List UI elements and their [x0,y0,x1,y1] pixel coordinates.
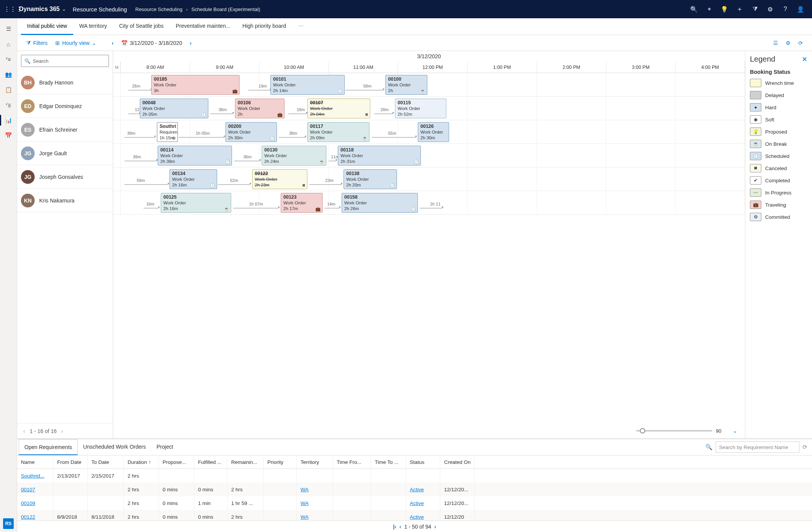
req-tab[interactable]: Open Requirements [19,439,78,455]
req-tab[interactable]: Unscheduled Work Orders [78,439,151,455]
booking-card[interactable]: SouthriRequiren1h 15m⚙ [157,122,178,142]
prev-page-button[interactable]: ‹ [400,524,401,530]
table-cell[interactable]: Active [406,483,440,496]
booking-card[interactable]: 00200Work Order2h 30m🕘 [225,122,277,142]
calendar-icon[interactable]: 📅 [0,128,17,143]
board-tab-overflow[interactable]: ⋯ [292,18,310,35]
column-header[interactable]: To Date [88,456,124,468]
board-tab[interactable]: City of Seattle jobs [113,18,170,35]
resource-search-input[interactable]: 🔍 Search [21,55,109,67]
zoom-slider[interactable] [636,430,712,432]
board-settings-icon[interactable]: ⚙ [782,40,794,46]
hourly-view-dropdown[interactable]: ⊞Hourly view⌄ [51,40,100,46]
next-period-button[interactable]: › [186,40,195,46]
booking-card[interactable]: 00107Work Order2h 04m✖ [307,99,370,118]
plus-icon[interactable]: ＋ [732,5,747,13]
column-header[interactable]: Status [406,456,440,468]
next-page-button[interactable]: › [434,524,436,530]
column-header[interactable]: Remainin... [227,456,264,468]
column-header[interactable]: Fulfilled ... [194,456,227,468]
people-icon[interactable]: 👥 [0,67,17,82]
column-header[interactable]: Created On [440,456,475,468]
booking-card[interactable]: 00158Work Order2h 26m🕘 [342,193,418,213]
column-header[interactable]: Duration ↑ [124,456,159,468]
booking-card[interactable]: 00134Work Order2h 16m🕘 [169,169,217,189]
resource-row[interactable]: JGJoseph Gonsalves [17,165,113,189]
table-cell[interactable]: 00107 [17,483,53,496]
timeline-row[interactable]: 12m36m18m28m00048Work Order2h 05m🕘00106W… [113,97,745,120]
req-tab[interactable]: Project [151,439,179,455]
app-launcher-icon[interactable]: ⋮⋮⋮ [4,6,18,13]
booking-card[interactable]: 00117Work Order2h 09m☕ [307,122,369,142]
user-icon[interactable]: 👤 [793,6,808,13]
search-icon[interactable]: 🔍 [686,6,702,13]
table-row[interactable]: 001228/9/20188/11/20182 hrs0 mins0 mins2… [17,510,812,521]
booking-card[interactable]: 00118Work Order2h 31m🕘 [338,146,421,166]
resource-row[interactable]: KNKris Nakamura [17,189,113,212]
column-header[interactable]: Time Fro... [333,456,371,468]
booking-card[interactable]: 00122Work Order2h 23m✖ [252,169,307,189]
board-tab[interactable]: WA territory [73,18,113,35]
home-icon[interactable]: ⌂ [0,37,17,52]
table-row[interactable]: 001092 hrs0 mins1 min1 hr 59 ...WAActive… [17,496,812,510]
hamburger-icon[interactable]: ☰ [0,21,17,37]
user-badge[interactable]: RS [3,518,14,529]
close-icon[interactable]: ✕ [802,55,807,64]
booking-card[interactable]: 00130Work Order2h 24m☕ [262,146,326,166]
booking-card[interactable]: 00048Work Order2h 05m🕘 [140,99,208,118]
booking-card[interactable]: 00100Work Order2h☕ [385,75,427,95]
requirement-search-input[interactable]: Search by Requirement Name [716,441,799,453]
filter-icon[interactable]: ⧩ [747,6,762,13]
booking-card[interactable]: 00106Work Order2h💼 [235,99,285,118]
board-tab[interactable]: High priority board [237,18,292,35]
booking-card[interactable]: 00101Work Order2h 14m🕘 [270,75,345,95]
table-row[interactable]: 001072 hrs0 mins0 mins2 hrsWAActive12/12… [17,483,812,496]
column-header[interactable]: Name [17,456,53,468]
board-tab[interactable]: Initial public view [21,18,73,35]
timeline-row[interactable]: 26m19m58m00185Work Order3h💼00101Work Ord… [113,73,745,97]
resource-row[interactable]: BHBrady Hannon [17,71,113,94]
column-header[interactable]: Priority [264,456,297,468]
booking-card[interactable]: 00125Work Order2h 16m☕ [161,193,231,213]
booking-card[interactable]: 00185Work Order3h💼 [151,75,240,95]
column-header[interactable]: Territory [297,456,333,468]
column-header[interactable]: Propose... [159,456,194,468]
list-toggle-icon[interactable]: ☰ [769,40,782,46]
timeline-row[interactable]: 39m36m11m00114Work Order2h 38m🕘00130Work… [113,144,745,167]
help-icon[interactable]: ? [778,6,793,13]
list-icon[interactable]: ᔊ≣ [0,97,17,113]
timeline-row[interactable]: 39m1h 05m38m55mSouthriRequiren1h 15m⚙002… [113,120,745,144]
schedule-board-icon[interactable]: 📊 [0,113,17,128]
settings-icon[interactable]: ⚙ [762,6,778,13]
table-cell[interactable]: 00109 [17,496,53,510]
timeline-row[interactable]: 16m1h 07m14m1h 1100125Work Order2h 16m☕0… [113,191,745,215]
board-tab[interactable]: Preventative mainten... [169,18,236,35]
first-page-button[interactable]: |‹ [393,524,396,530]
booking-card[interactable]: 00115Work Order2h 52m [395,99,446,118]
booking-card[interactable]: 00126Work Order2h 30m [418,122,449,142]
booking-card[interactable]: 00123Work Order2h 17m💼 [281,193,323,213]
timeline-rows[interactable]: 26m19m58m00185Work Order3h💼00101Work Ord… [113,73,745,423]
table-cell[interactable]: WA [297,510,333,521]
filters-button[interactable]: ⧩Filters [22,40,51,46]
task-icon[interactable]: ⌖ [702,6,717,13]
booking-card[interactable]: 00114Work Order2h 38m🕘 [158,146,232,166]
people-list-icon[interactable]: ᔊ≡ [0,52,17,67]
table-cell[interactable]: Active [406,496,440,510]
column-header[interactable]: From Date [53,456,88,468]
column-header[interactable]: Time To ... [371,456,406,468]
search-icon[interactable]: 🔍 [705,444,713,451]
breadcrumb-part[interactable]: Schedule Board (Experimental) [192,6,261,12]
prev-period-button[interactable]: ‹ [108,40,117,46]
brand-chevron-icon[interactable]: ⌄ [62,6,66,12]
breadcrumb-part[interactable]: Resource Scheduling [135,6,182,12]
table-cell[interactable]: WA [297,483,333,496]
prev-page-button[interactable]: ‹ [22,428,27,434]
clipboard-icon[interactable]: 📋 [0,82,17,97]
date-range-picker[interactable]: 📅3/12/2020 - 3/18/2020 [117,40,186,46]
table-cell[interactable]: 00122 [17,510,53,521]
table-row[interactable]: Southrid...2/13/20172/15/20172 hrs [17,469,812,483]
refresh-icon[interactable]: ⟳ [794,40,807,46]
booking-card[interactable]: 00138Work Order2h 20m🕘 [344,169,397,189]
chevron-down-icon[interactable]: ⌄ [733,428,737,434]
